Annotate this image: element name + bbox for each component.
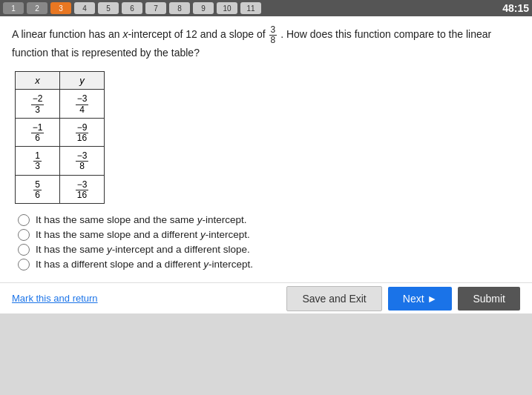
table-cell-x4: 5 6 bbox=[16, 175, 60, 203]
choice-3-label: It has the same y-intercept and a differ… bbox=[36, 244, 250, 255]
choice-4-radio[interactable] bbox=[18, 259, 30, 270]
table-cell-y2: −9 16 bbox=[60, 118, 105, 146]
nav-btn-4[interactable]: 4 bbox=[74, 2, 95, 14]
data-table: x y −2 3 −3 4 bbox=[15, 71, 105, 204]
save-exit-button[interactable]: Save and Exit bbox=[286, 286, 381, 311]
nav-btn-10[interactable]: 10 bbox=[217, 2, 237, 14]
nav-btn-9[interactable]: 9 bbox=[193, 2, 214, 14]
nav-btn-7[interactable]: 7 bbox=[145, 2, 166, 14]
table-cell-x3: 1 3 bbox=[16, 147, 60, 175]
next-button[interactable]: Next ► bbox=[388, 287, 453, 311]
slope-fraction: 3 8 bbox=[269, 25, 278, 45]
choice-1[interactable]: It has the same slope and the same y-int… bbox=[18, 214, 514, 226]
choice-3[interactable]: It has the same y-intercept and a differ… bbox=[18, 244, 514, 256]
choice-4-label: It has a different slope and a different… bbox=[36, 259, 253, 270]
answer-choices: It has the same slope and the same y-int… bbox=[12, 214, 520, 270]
next-arrow-icon: ► bbox=[427, 293, 438, 305]
table-cell-y4: −3 16 bbox=[60, 175, 105, 203]
nav-btn-3[interactable]: 3 bbox=[50, 2, 71, 14]
choice-1-label: It has the same slope and the same y-int… bbox=[36, 214, 246, 225]
nav-btn-5[interactable]: 5 bbox=[98, 2, 119, 14]
table-header-x: x bbox=[16, 72, 60, 90]
nav-btn-2[interactable]: 2 bbox=[27, 2, 47, 14]
table-cell-x2: −1 6 bbox=[16, 118, 60, 146]
mark-return-link[interactable]: Mark this and return bbox=[12, 293, 280, 304]
nav-btn-8[interactable]: 8 bbox=[169, 2, 190, 14]
question-text: A linear function has an x-intercept of … bbox=[12, 25, 520, 61]
nav-btn-1[interactable]: 1 bbox=[3, 2, 24, 14]
choice-4[interactable]: It has a different slope and a different… bbox=[18, 259, 514, 270]
choice-2-label: It has the same slope and a different y-… bbox=[36, 229, 250, 240]
timer-display: 48:15 bbox=[502, 2, 529, 14]
table-row: 1 3 −3 8 bbox=[16, 147, 105, 175]
table-cell-y1: −3 4 bbox=[60, 90, 105, 118]
table-row: −2 3 −3 4 bbox=[16, 90, 105, 118]
choice-3-radio[interactable] bbox=[18, 244, 30, 256]
table-row: −1 6 −9 16 bbox=[16, 118, 105, 146]
next-label: Next bbox=[403, 293, 424, 305]
question-area: A linear function has an x-intercept of … bbox=[0, 16, 532, 276]
choice-2-radio[interactable] bbox=[18, 229, 30, 241]
table-row: 5 6 −3 16 bbox=[16, 175, 105, 203]
bottom-action-bar: Mark this and return Save and Exit Next … bbox=[0, 282, 532, 313]
table-cell-x1: −2 3 bbox=[16, 90, 60, 118]
table-header-y: y bbox=[60, 72, 105, 90]
top-nav-bar: 1 2 3 4 5 6 7 8 9 10 11 48:15 bbox=[0, 0, 532, 16]
table-cell-y3: −3 8 bbox=[60, 147, 105, 175]
choice-2[interactable]: It has the same slope and a different y-… bbox=[18, 229, 514, 241]
nav-btn-6[interactable]: 6 bbox=[122, 2, 142, 14]
nav-btn-11[interactable]: 11 bbox=[240, 2, 261, 14]
submit-button[interactable]: Submit bbox=[458, 287, 520, 311]
gray-bottom-area bbox=[0, 313, 532, 395]
choice-1-radio[interactable] bbox=[18, 214, 30, 226]
